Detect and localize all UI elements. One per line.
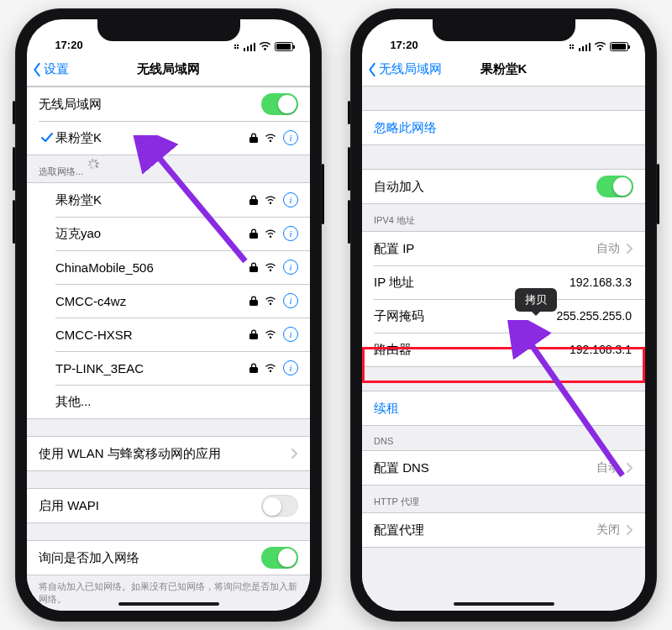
info-button[interactable]: i bbox=[283, 360, 298, 375]
home-indicator[interactable] bbox=[118, 602, 219, 606]
wapi-switch[interactable] bbox=[261, 495, 298, 517]
http-proxy-header: HTTP 代理 bbox=[362, 486, 645, 512]
wapi-row[interactable]: 启用 WAPI bbox=[27, 489, 310, 522]
lock-icon bbox=[249, 329, 258, 339]
wifi-signal-icon bbox=[265, 297, 276, 306]
phone-frame-left: 17:20 设置 无线局域网 无线局域网 bbox=[15, 8, 322, 622]
home-indicator[interactable] bbox=[454, 602, 554, 606]
wifi-signal-icon bbox=[265, 196, 276, 205]
phone-frame-right: 17:20 无线局域网 果粉堂K 忽略此网络 bbox=[350, 8, 657, 622]
network-row[interactable]: CMCC-c4wzi bbox=[27, 284, 310, 318]
chevron-right-icon bbox=[627, 525, 633, 535]
network-row[interactable]: 果粉堂Ki bbox=[27, 183, 310, 217]
info-button[interactable]: i bbox=[283, 293, 298, 308]
ask-join-row[interactable]: 询问是否加入网络 bbox=[27, 541, 310, 575]
wifi-toggle-row[interactable]: 无线局域网 bbox=[27, 87, 310, 121]
chevron-right-icon bbox=[627, 244, 633, 254]
joined-network-row[interactable]: 果粉堂K i bbox=[27, 121, 310, 155]
lock-icon bbox=[249, 262, 258, 272]
subnet-row[interactable]: 子网掩码 255.255.255.0 bbox=[362, 299, 645, 333]
lock-icon bbox=[249, 363, 258, 373]
ip-address-row[interactable]: IP 地址 192.168.3.3 bbox=[362, 265, 645, 299]
dns-header: DNS bbox=[362, 426, 645, 450]
notch bbox=[433, 19, 575, 41]
back-label: 设置 bbox=[44, 61, 69, 77]
network-row[interactable]: ChinaMobile_506i bbox=[27, 250, 310, 284]
wifi-toggle-label: 无线局域网 bbox=[39, 97, 261, 113]
info-button[interactable]: i bbox=[283, 192, 298, 207]
page-title: 无线局域网 bbox=[27, 61, 310, 77]
auto-join-row[interactable]: 自动加入 bbox=[362, 170, 645, 203]
navigation-bar: 设置 无线局域网 bbox=[27, 53, 310, 87]
chevron-left-icon bbox=[367, 62, 377, 77]
wifi-signal-icon bbox=[265, 229, 276, 239]
forget-network-row[interactable]: 忽略此网络 bbox=[362, 111, 645, 144]
dual-sim-icon bbox=[234, 45, 239, 49]
back-label: 无线局域网 bbox=[379, 61, 442, 77]
auto-join-switch[interactable] bbox=[596, 176, 633, 197]
chevron-left-icon bbox=[32, 62, 42, 77]
info-button[interactable]: i bbox=[283, 327, 298, 342]
joined-network-name: 果粉堂K bbox=[55, 130, 249, 146]
wifi-signal-icon bbox=[265, 134, 276, 143]
info-button[interactable]: i bbox=[283, 226, 298, 241]
battery-icon bbox=[275, 42, 293, 51]
configure-dns-row[interactable]: 配置 DNS 自动 bbox=[362, 451, 645, 485]
ipv4-header: IPV4 地址 bbox=[362, 204, 645, 231]
status-time: 17:20 bbox=[379, 39, 429, 51]
info-button[interactable]: i bbox=[283, 130, 298, 145]
lock-icon bbox=[249, 228, 258, 239]
other-network-row[interactable]: 其他... bbox=[27, 385, 310, 418]
info-button[interactable]: i bbox=[283, 260, 298, 275]
ipv4-group: 配置 IP 自动 IP 地址 192.168.3.3 子网掩码 255.255.… bbox=[362, 231, 645, 367]
network-row[interactable]: TP-LINK_3EACi bbox=[27, 351, 310, 385]
screen-left: 17:20 设置 无线局域网 无线局域网 bbox=[27, 19, 310, 611]
lock-icon bbox=[249, 296, 258, 306]
dual-sim-icon bbox=[570, 45, 574, 49]
battery-icon bbox=[610, 42, 628, 51]
configure-proxy-row[interactable]: 配置代理 关闭 bbox=[362, 513, 645, 547]
back-button[interactable]: 设置 bbox=[27, 61, 69, 77]
chevron-right-icon bbox=[627, 463, 633, 473]
renew-lease-row[interactable]: 续租 bbox=[362, 391, 645, 425]
configure-ip-row[interactable]: 配置 IP 自动 bbox=[362, 232, 645, 265]
wifi-status-icon bbox=[259, 42, 271, 51]
choose-network-header: 选取网络... bbox=[27, 155, 310, 182]
cellular-signal-icon bbox=[244, 43, 256, 51]
lock-icon bbox=[249, 133, 258, 143]
navigation-bar: 无线局域网 果粉堂K bbox=[362, 53, 645, 87]
wifi-signal-icon bbox=[265, 364, 276, 373]
cellular-signal-icon bbox=[579, 43, 591, 51]
lock-icon bbox=[249, 195, 258, 205]
wifi-status-icon bbox=[594, 42, 606, 51]
wlan-apps-row[interactable]: 使用 WLAN 与蜂窝移动网的应用 bbox=[27, 437, 310, 470]
back-button[interactable]: 无线局域网 bbox=[362, 61, 442, 77]
content-left[interactable]: 无线局域网 果粉堂K i 选取网络... bbox=[27, 87, 310, 611]
wifi-signal-icon bbox=[265, 263, 276, 272]
chevron-right-icon bbox=[291, 449, 298, 459]
router-row[interactable]: 路由器 192.168.3.1 bbox=[362, 333, 645, 366]
network-row[interactable]: CMCC-HXSRi bbox=[27, 318, 310, 351]
screen-right: 17:20 无线局域网 果粉堂K 忽略此网络 bbox=[362, 19, 645, 611]
wifi-switch[interactable] bbox=[261, 93, 298, 115]
wifi-signal-icon bbox=[265, 330, 276, 339]
network-list: 果粉堂Ki 迈克yaoi ChinaMobile_506i CMCC-c4wzi… bbox=[27, 182, 310, 419]
spinner-icon bbox=[88, 166, 99, 177]
copy-tooltip[interactable]: 拷贝 bbox=[515, 288, 557, 312]
network-row[interactable]: 迈克yaoi bbox=[27, 217, 310, 250]
checkmark-icon bbox=[39, 133, 55, 143]
ask-join-switch[interactable] bbox=[261, 547, 298, 569]
content-right[interactable]: 忽略此网络 自动加入 IPV4 地址 配置 IP 自动 IP 地址 bbox=[362, 87, 645, 611]
status-time: 17:20 bbox=[44, 39, 94, 51]
notch bbox=[97, 19, 240, 41]
